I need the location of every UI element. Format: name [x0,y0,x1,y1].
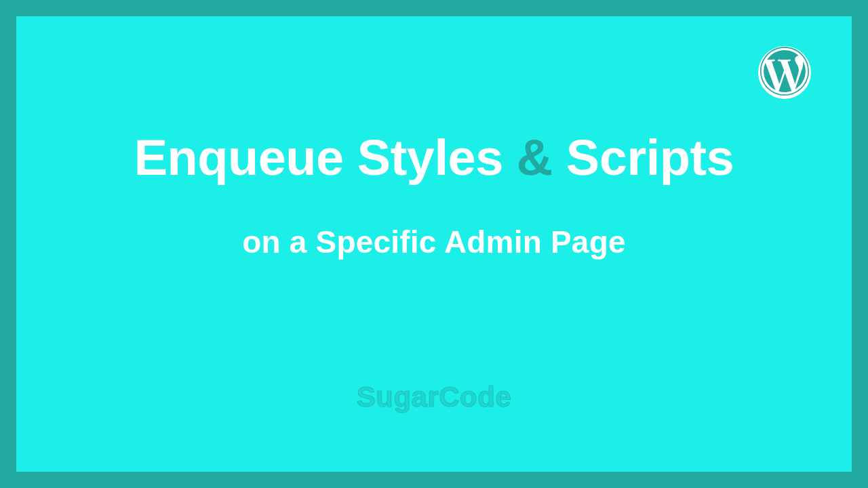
wordpress-badge [758,46,811,99]
slide-canvas: Enqueue Styles & Scripts on a Specific A… [16,16,852,472]
brand-watermark: SugarCode [16,381,852,413]
title-block: Enqueue Styles & Scripts on a Specific A… [134,131,734,260]
slide-subtitle: on a Specific Admin Page [134,224,734,260]
title-part2: Scripts [553,129,734,186]
title-part1: Enqueue Styles [134,129,517,186]
outer-frame: Enqueue Styles & Scripts on a Specific A… [0,0,868,488]
wordpress-icon [760,47,809,98]
title-ampersand: & [517,129,553,186]
slide-title: Enqueue Styles & Scripts [134,131,734,184]
